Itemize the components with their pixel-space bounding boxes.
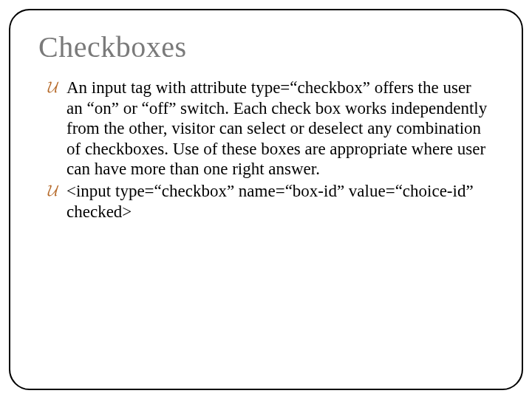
list-item-text: An input tag with attribute type=“checkb… [66, 78, 487, 178]
list-item-text: <input type=“checkbox” name=“box-id” val… [66, 182, 474, 221]
list-item: <input type=“checkbox” name=“box-id” val… [47, 181, 489, 222]
slide-title: Checkboxes [38, 30, 516, 64]
slide-body: An input tag with attribute type=“checkb… [47, 78, 489, 222]
slide: Checkboxes An input tag with attribute t… [0, 0, 532, 399]
bullet-icon [47, 183, 58, 199]
list-item: An input tag with attribute type=“checkb… [47, 78, 489, 180]
bullet-icon [47, 79, 58, 95]
